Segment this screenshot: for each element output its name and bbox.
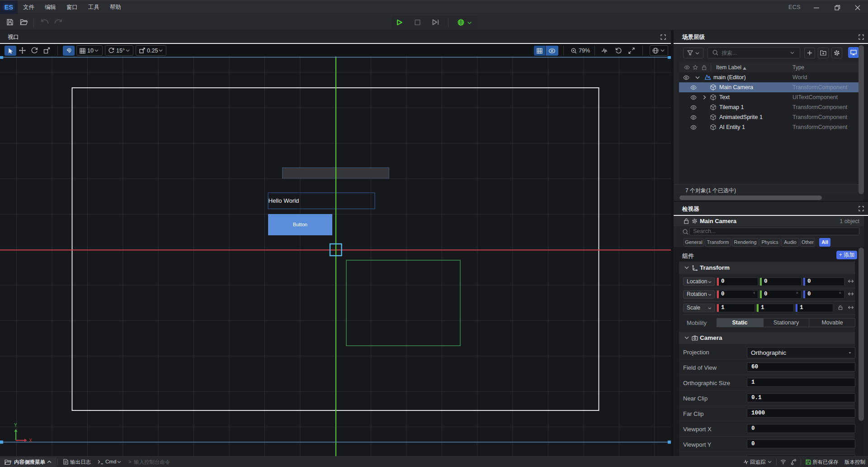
- svg-text:Hello World: Hello World: [269, 197, 299, 204]
- svg-text:Button: Button: [293, 222, 307, 227]
- svg-text:Y: Y: [14, 423, 17, 428]
- svg-text:X: X: [29, 438, 32, 443]
